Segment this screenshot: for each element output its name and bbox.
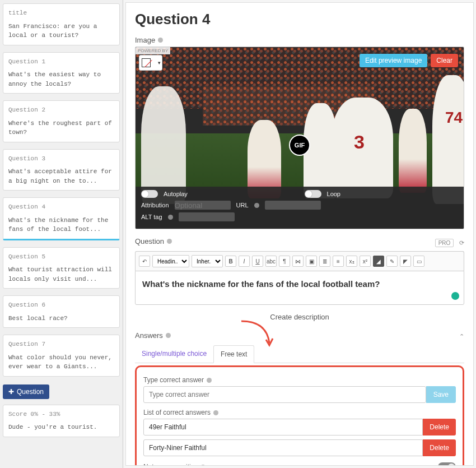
question-card-label: Question 5 [8, 252, 114, 262]
question-text: What's the nickname for the fans of the … [142, 279, 380, 289]
underline-icon[interactable]: U [252, 256, 263, 267]
title-card-label: title [8, 8, 114, 18]
image-source-dropdown[interactable]: ▾ [139, 55, 162, 71]
question-card-text: What's the easiest way to annoy the loca… [8, 71, 101, 87]
question-card-3[interactable]: Question 3 What's acceptable attire for … [3, 149, 120, 191]
add-question-label: Question [17, 388, 44, 396]
answers-label: Answers [135, 331, 171, 340]
list-ol-icon[interactable]: ≡ [333, 256, 344, 267]
edit-preview-button[interactable]: Edit preview image [360, 54, 427, 67]
info-icon [200, 465, 206, 466]
url-label: URL [236, 202, 249, 208]
image-icon[interactable]: ▣ [306, 256, 317, 267]
paint-icon[interactable]: ✎ [386, 256, 398, 267]
question-card-text: What color should you never, ever wear t… [8, 354, 112, 370]
question-card-7[interactable]: Question 7 What color should you never, … [3, 335, 120, 377]
info-icon [158, 38, 163, 43]
case-sensitive-toggle[interactable] [438, 462, 456, 466]
tag-icon[interactable]: ◤ [400, 256, 411, 267]
undo-icon[interactable]: ↶ [139, 256, 150, 267]
create-description-link[interactable]: Create description [135, 313, 464, 321]
question-label-text: Question [135, 237, 164, 245]
info-icon [168, 215, 173, 220]
question-card-label: Question 4 [8, 202, 114, 212]
question-card-text: What tourist attraction will locals only… [8, 266, 112, 282]
answer-value[interactable]: Forty-Niner Faithful [143, 439, 423, 456]
autoplay-toggle[interactable] [141, 190, 158, 198]
question-card-1[interactable]: Question 1 What's the easiest way to ann… [3, 52, 120, 94]
chevron-down-icon: ▾ [158, 60, 161, 66]
free-text-panel: Type correct answer Save List of correct… [135, 365, 464, 466]
answer-mode-tabs: Single/multiple choice Free text [135, 345, 464, 363]
question-card-5[interactable]: Question 5 What tourist attraction will … [3, 247, 120, 289]
info-icon [166, 333, 171, 338]
subscript-icon[interactable]: x₂ [346, 256, 357, 267]
case-sensitive-label: Not case sensitive [143, 463, 206, 466]
answer-row: 49er Faithful Delete [143, 419, 456, 435]
info-icon [167, 239, 172, 244]
title-card[interactable]: title San Francisco: are you a local or … [3, 3, 120, 45]
loop-label: Loop [327, 191, 340, 197]
score-card-label: Score 0% - 33% [8, 410, 114, 419]
tab-single-multiple[interactable]: Single/multiple choice [135, 345, 213, 363]
answers-label-text: Answers [135, 331, 163, 340]
question-card-4[interactable]: Question 4 What's the nickname for the f… [3, 197, 120, 240]
more-icon[interactable]: ▭ [413, 256, 424, 267]
delete-answer-button[interactable]: Delete [423, 439, 456, 456]
correct-answer-input[interactable] [143, 386, 426, 403]
attribution-label: Attribution [141, 202, 169, 208]
question-card-label: Question 2 [8, 105, 114, 115]
gif-badge[interactable]: GIF [289, 135, 310, 156]
fill-icon[interactable]: ◢ [373, 256, 384, 267]
media-footer: Autoplay Loop Attribution URL ALT tag [136, 187, 464, 229]
image-label-text: Image [135, 36, 155, 44]
score-card-text: Dude - you're a tourist. [8, 424, 97, 430]
superscript-icon[interactable]: x² [360, 256, 371, 267]
italic-icon[interactable]: I [239, 256, 250, 267]
collapse-icon[interactable]: ⌃ [459, 333, 464, 340]
annotation-arrow-icon [239, 318, 278, 350]
clear-format-icon[interactable]: ¶ [279, 256, 290, 267]
bold-icon[interactable]: B [225, 256, 236, 267]
heading-select[interactable]: Headin... [152, 255, 189, 267]
link-icon[interactable]: ⋈ [292, 256, 304, 267]
question-card-6[interactable]: Question 6 Best local race? [3, 295, 120, 328]
refresh-icon[interactable]: ⟳ [459, 239, 464, 246]
loop-toggle[interactable] [305, 190, 321, 198]
main-panel: Question 4 Image 9 3 74 POW [125, 2, 474, 466]
question-card-label: Question 3 [8, 154, 114, 164]
question-card-2[interactable]: Question 2 Where's the roughest part of … [3, 100, 120, 142]
powered-by-label: POWERED BY [136, 47, 170, 54]
question-editor[interactable]: What's the nickname for the fans of the … [135, 271, 464, 305]
clear-image-button[interactable]: Clear [431, 54, 458, 67]
score-card[interactable]: Score 0% - 33% Dude - you're a tourist. [3, 405, 120, 437]
inherit-select[interactable]: Inher... [192, 255, 223, 267]
plus-icon: ✚ [8, 388, 14, 396]
pro-badge: PRO [435, 239, 454, 247]
delete-answer-button[interactable]: Delete [423, 419, 456, 435]
add-question-button[interactable]: ✚ Question [3, 384, 49, 399]
editor-toolbar: ↶ Headin... Inher... B I U abc ¶ ⋈ ▣ ≣ ≡… [135, 251, 464, 271]
info-icon [254, 203, 259, 208]
sidebar: title San Francisco: are you a local or … [0, 0, 123, 468]
answer-value[interactable]: 49er Faithful [143, 419, 423, 435]
question-card-label: Question 1 [8, 57, 114, 67]
question-card-label: Question 7 [8, 340, 114, 349]
type-answer-label: Type correct answer [143, 376, 456, 384]
question-card-text: What's acceptable attire for a big night… [8, 168, 112, 184]
page-title: Question 4 [135, 11, 464, 28]
grammarly-icon [451, 292, 459, 300]
autoplay-label: Autoplay [164, 191, 188, 197]
alt-input[interactable] [179, 212, 235, 221]
attribution-input[interactable] [175, 201, 231, 210]
image-section-label: Image [135, 36, 464, 44]
question-card-text: Best local race? [8, 315, 68, 322]
save-answer-button[interactable]: Save [426, 386, 456, 403]
url-input[interactable] [265, 201, 321, 210]
no-image-icon [142, 58, 151, 67]
list-answers-label: List of correct answers [143, 409, 456, 416]
alt-label: ALT tag [141, 214, 162, 220]
strike-icon[interactable]: abc [265, 256, 277, 267]
title-card-text: San Francisco: are you a local or a tour… [8, 23, 97, 39]
list-ul-icon[interactable]: ≣ [319, 256, 330, 267]
